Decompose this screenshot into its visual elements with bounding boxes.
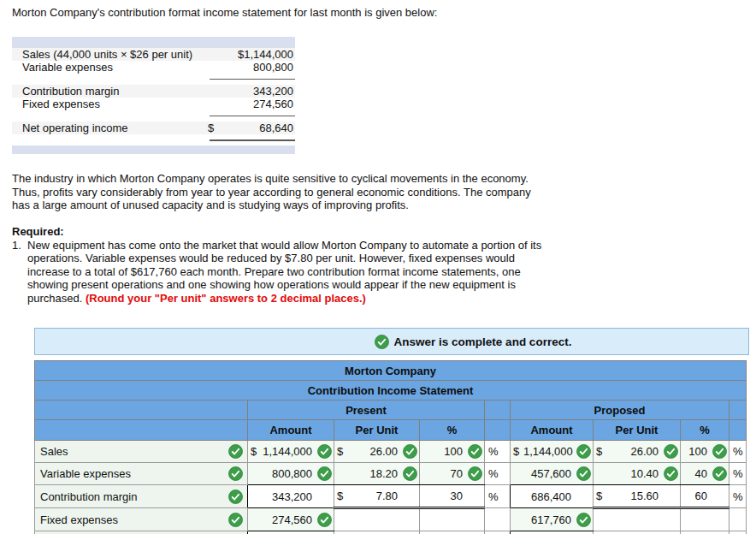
table-title-statement: Contribution Income Statement — [35, 381, 747, 400]
cell-empty — [594, 531, 681, 534]
cell-empty — [334, 531, 420, 534]
header-spacer — [35, 420, 248, 441]
check-icon — [403, 466, 417, 481]
table-row-contribution-margin: Contribution margin 343,200 $7.80 30 % 6… — [35, 485, 747, 508]
row-value: 343,200 — [208, 85, 293, 98]
statement-row-sales: Sales (44,000 units × $26 per unit) $1,1… — [12, 48, 295, 61]
cell-value: 1,144,000 — [262, 445, 312, 458]
cell-proposed-per-unit: $15.60 — [594, 485, 681, 508]
row-label: Fixed expenses — [40, 513, 228, 526]
cell-empty — [420, 508, 485, 531]
subtotal-rule — [12, 74, 295, 85]
check-icon — [664, 444, 678, 459]
unit-percent-cell: % — [729, 463, 747, 485]
unit-percent-cell: % — [485, 463, 511, 485]
table-row-variable-expenses: Variable expenses 800,800 18.20 70 % 457… — [35, 463, 747, 485]
contribution-income-statement-table: Morton Company Contribution Income State… — [34, 360, 747, 534]
row-label: Contribution margin — [40, 490, 228, 503]
cell-value: 800,800 — [251, 467, 312, 480]
header-spacer — [729, 400, 747, 420]
cell-value: 1,144,000 — [523, 445, 573, 458]
cell-present-per-unit[interactable]: $26.00 — [334, 441, 420, 463]
row-label: Fixed expenses — [22, 98, 208, 110]
cell-present-percent[interactable]: 100 — [420, 441, 485, 463]
cell-value: 343,200 — [251, 490, 312, 503]
row-label: Variable expenses — [22, 61, 208, 74]
cell-present-amount: 343,200 — [248, 485, 334, 508]
statement-row-fixed-expenses: Fixed expenses 274,560 — [12, 98, 295, 110]
row-label: Sales (44,000 units × $26 per unit) — [22, 48, 208, 61]
dollar-sign: $ — [337, 490, 348, 502]
statement-row-variable-expenses: Variable expenses 800,800 — [12, 61, 295, 74]
row-label-cell: Variable expenses — [35, 463, 248, 485]
row-value: 800,800 — [208, 61, 293, 74]
dollar-sign: $ — [596, 490, 607, 502]
cell-proposed-amount[interactable]: 617,760 — [511, 508, 594, 531]
statement-row-net-operating-income: Net operating income $ 68,640 — [12, 122, 295, 134]
cell-proposed-amount[interactable]: 457,600 — [511, 463, 594, 485]
row-label: Variable expenses — [40, 467, 228, 480]
check-icon — [664, 466, 678, 481]
cell-present-amount: $68,640 — [248, 531, 334, 534]
group-header-present: Present — [248, 400, 485, 420]
row-value: 68,640 — [220, 122, 293, 134]
cell-proposed-percent[interactable]: 100 — [681, 441, 729, 463]
cell-proposed-amount: $68,640 — [511, 531, 594, 534]
row-value: $1,144,000 — [208, 48, 293, 61]
table-title-company: Morton Company — [35, 361, 747, 381]
unit-percent-cell — [729, 508, 747, 531]
cell-proposed-per-unit[interactable]: 10.40 — [594, 463, 681, 485]
statement-row-contribution-margin: Contribution margin 343,200 — [12, 85, 295, 98]
cell-value: 10.40 — [596, 467, 659, 480]
unit-percent-cell: % — [729, 485, 747, 508]
header-spacer — [485, 400, 511, 420]
cell-proposed-amount: 686,400 — [511, 485, 594, 508]
dollar-sign: $ — [251, 445, 262, 458]
cell-present-per-unit[interactable]: 18.20 — [334, 463, 420, 485]
row-value: 274,560 — [208, 98, 293, 110]
cell-value: 15.60 — [607, 490, 659, 502]
cell-value: 100 — [422, 445, 463, 458]
cell-value: 40 — [683, 467, 707, 480]
subtotal-rule — [12, 110, 295, 122]
check-icon — [468, 466, 482, 481]
cell-value: 26.00 — [348, 445, 398, 458]
row-label: Contribution margin — [22, 85, 208, 98]
check-icon — [576, 513, 591, 527]
cell-proposed-percent[interactable]: 40 — [681, 463, 729, 485]
col-header-percent: % — [420, 420, 485, 441]
cell-present-amount[interactable]: $1,144,000 — [248, 441, 334, 463]
statement-table: Sales (44,000 units × $26 per unit) $1,1… — [12, 37, 295, 154]
check-icon — [468, 444, 482, 459]
cell-empty — [420, 531, 485, 534]
statement-footer-band — [12, 145, 295, 154]
cell-value: 617,760 — [513, 513, 571, 526]
table-row-fixed-expenses: Fixed expenses 274,560 617,760 — [35, 508, 747, 531]
required-label: Required: — [12, 225, 756, 238]
cell-value: 274,560 — [251, 513, 312, 526]
header-spacer — [485, 420, 511, 441]
cell-value: 100 — [683, 445, 707, 458]
cell-present-percent[interactable]: 70 — [420, 463, 485, 485]
item-number: 1. — [12, 239, 27, 306]
cell-proposed-per-unit[interactable]: $26.00 — [594, 441, 681, 463]
cell-value: 26.00 — [607, 445, 659, 458]
check-icon — [317, 444, 332, 459]
check-icon — [317, 466, 332, 481]
cell-empty — [594, 508, 681, 531]
banner-text: Answer is complete and correct. — [394, 335, 572, 348]
check-icon — [228, 513, 243, 527]
cell-value: 70 — [422, 467, 463, 480]
check-icon — [576, 466, 591, 481]
cell-present-amount[interactable]: 800,800 — [248, 463, 334, 485]
dollar-sign: $ — [596, 445, 607, 458]
unit-percent-cell — [485, 531, 511, 534]
dollar-sign: $ — [208, 122, 220, 134]
cell-proposed-amount[interactable]: $1,144,000 — [511, 441, 594, 463]
cell-present-amount[interactable]: 274,560 — [248, 508, 334, 531]
row-label: Net operating income — [22, 122, 208, 134]
check-icon — [228, 490, 243, 504]
row-label-cell: Net operating income — [35, 531, 248, 534]
row-label: Sales — [40, 445, 228, 458]
intro-text: Morton Company's contribution format inc… — [12, 6, 756, 19]
